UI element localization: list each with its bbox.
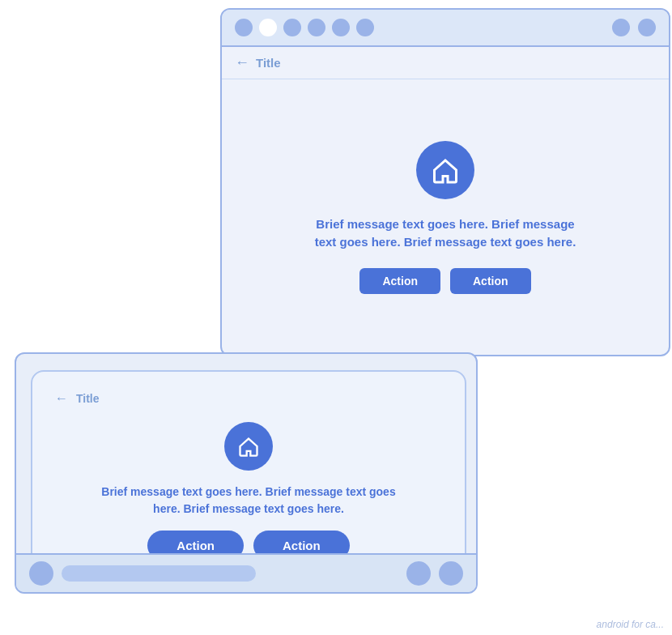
message-text-back: Brief message text goes here. Brief mess… [308,215,583,252]
action-buttons-back: Action Action [359,268,530,294]
dot-blue-r2 [638,19,656,36]
nav-bar-front: ← Title [55,391,442,406]
back-panel: ← Title Brief message text goes here. Br… [220,8,670,356]
dot-blue-r1 [612,19,630,36]
home-icon-circle-front [224,422,273,471]
top-bar-right [612,19,656,36]
nav-title-back: Title [256,56,281,70]
bottom-dot-3 [439,561,463,586]
dot-blue-3 [308,19,325,36]
home-icon-front [237,435,260,458]
top-bar [222,10,669,47]
nav-bar-back: ← Title [222,47,669,79]
back-arrow-icon-front[interactable]: ← [55,391,68,406]
action2-button-back[interactable]: Action [450,268,531,294]
watermark-text: android for ca... [597,619,664,630]
front-panel: ← Title Brief message text goes here. Br… [15,352,478,594]
content-area-back: Brief message text goes here. Brief mess… [222,79,669,355]
nav-title-front: Title [76,392,100,405]
dot-blue-1 [235,19,253,36]
dot-blue-2 [283,19,301,36]
dot-blue-5 [356,19,374,36]
front-panel-bottom-bar [16,553,476,592]
home-icon [431,156,460,185]
dot-white [259,19,277,36]
back-arrow-icon[interactable]: ← [235,54,249,71]
top-bar-dots [235,19,374,36]
message-text-front: Brief message text goes here. Brief mess… [95,484,402,518]
action1-button-back[interactable]: Action [359,268,440,294]
bottom-dot-2 [406,561,431,586]
home-icon-circle [416,141,474,199]
bottom-pill [62,565,256,582]
dot-blue-4 [332,19,350,36]
bottom-dot-1 [29,561,53,586]
